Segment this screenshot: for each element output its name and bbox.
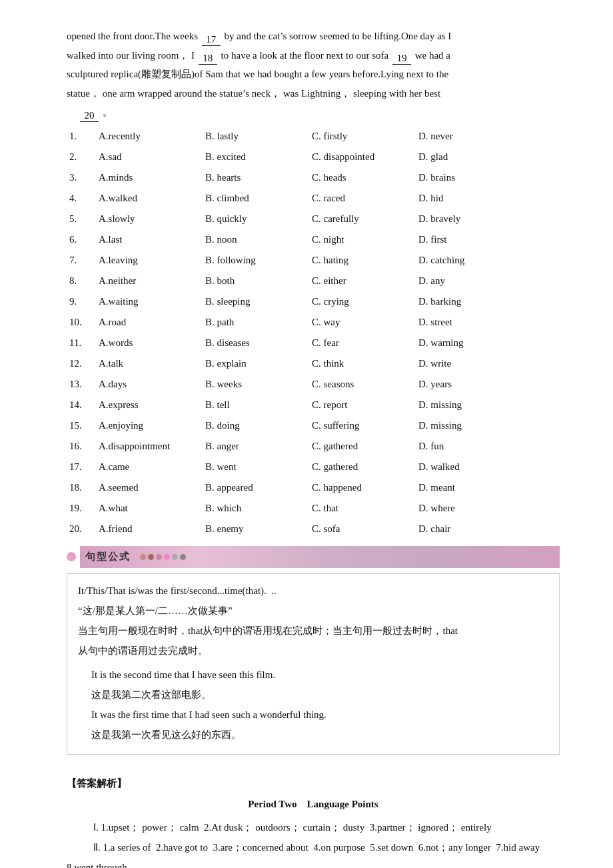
option-c-16: C. gathered <box>309 436 416 457</box>
option-num-9: 9. <box>67 291 96 312</box>
option-a-4: A.walked <box>96 188 203 209</box>
option-num-5: 5. <box>67 209 96 229</box>
option-d-2: D. glad <box>416 147 560 167</box>
blank-19: 19 <box>392 52 411 65</box>
option-b-15: B. doing <box>203 415 309 436</box>
option-c-1: C. firstly <box>309 126 416 147</box>
option-row-20: 20.A.friendB. enemyC. sofaD. chair <box>67 519 560 539</box>
formula-line1: It/This/That is/was the first/second...t… <box>78 581 548 601</box>
option-d-6: D. first <box>416 229 560 250</box>
option-c-5: C. carefully <box>309 209 416 229</box>
option-num-2: 2. <box>67 147 96 167</box>
dots-decoration <box>140 554 186 560</box>
intro-paragraph: opened the front door.The weeks 17 by an… <box>67 27 560 122</box>
option-row-15: 15.A.enjoyingB. doingC. sufferingD. miss… <box>67 415 560 436</box>
formula-line4: 从句中的谓语用过去完成时。 <box>78 641 548 661</box>
option-num-16: 16. <box>67 436 96 457</box>
option-num-6: 6. <box>67 229 96 250</box>
option-b-6: B. noon <box>203 229 309 250</box>
option-row-2: 2.A.sadB. excitedC. disappointedD. glad <box>67 147 560 167</box>
option-num-8: 8. <box>67 271 96 291</box>
option-c-8: C. either <box>309 271 416 291</box>
option-num-3: 3. <box>67 167 96 188</box>
option-c-10: C. way <box>309 312 416 333</box>
option-b-16: B. anger <box>203 436 309 457</box>
option-num-19: 19. <box>67 498 96 519</box>
option-row-19: 19.A.whatB. whichC. thatD. where <box>67 498 560 519</box>
option-b-3: B. hearts <box>203 167 309 188</box>
formula-line3: 当主句用一般现在时时，that从句中的谓语用现在完成时；当主句用一般过去时时，t… <box>78 621 548 641</box>
option-d-15: D. missing <box>416 415 560 436</box>
option-a-5: A.slowly <box>96 209 203 229</box>
option-row-18: 18.A.seemedB. appearedC. happenedD. mean… <box>67 477 560 498</box>
option-b-13: B. weeks <box>203 374 309 395</box>
option-c-14: C. report <box>309 395 416 415</box>
formula-box: It/This/That is/was the first/second...t… <box>67 573 560 755</box>
option-d-1: D. never <box>416 126 560 147</box>
option-c-7: C. hating <box>309 250 416 271</box>
option-c-6: C. night <box>309 229 416 250</box>
option-b-7: B. following <box>203 250 309 271</box>
formula-ex2-zh: 这是我第一次看见这么好的东西。 <box>78 725 548 745</box>
option-a-14: A.express <box>96 395 203 415</box>
option-b-19: B. which <box>203 498 309 519</box>
option-b-4: B. climbed <box>203 188 309 209</box>
option-row-5: 5.A.slowlyB. quicklyC. carefullyD. brave… <box>67 209 560 229</box>
option-a-10: A.road <box>96 312 203 333</box>
option-a-3: A.minds <box>96 167 203 188</box>
dot6 <box>180 554 186 560</box>
section-header: 句型公式 <box>67 546 560 568</box>
option-b-20: B. enemy <box>203 519 309 539</box>
dot3 <box>156 554 162 560</box>
option-row-4: 4.A.walkedB. climbedC. racedD. hid <box>67 188 560 209</box>
option-a-16: A.disappointment <box>96 436 203 457</box>
option-c-9: C. crying <box>309 291 416 312</box>
option-row-9: 9.A.waitingB. sleepingC. cryingD. barkin… <box>67 291 560 312</box>
option-num-13: 13. <box>67 374 96 395</box>
part2-content: 1.a series of 2.have got to 3.are；concer… <box>67 842 542 869</box>
option-num-10: 10. <box>67 312 96 333</box>
option-row-16: 16.A.disappointmentB. angerC. gatheredD.… <box>67 436 560 457</box>
option-row-17: 17.A.cameB. wentC. gatheredD. walked <box>67 457 560 477</box>
option-num-15: 15. <box>67 415 96 436</box>
option-num-7: 7. <box>67 250 96 271</box>
option-d-8: D. any <box>416 271 560 291</box>
option-b-14: B. tell <box>203 395 309 415</box>
section-circle-icon <box>67 552 76 561</box>
answers-title: 【答案解析】 <box>67 775 560 793</box>
option-b-9: B. sleeping <box>203 291 309 312</box>
option-c-11: C. fear <box>309 333 416 353</box>
option-num-20: 20. <box>67 519 96 539</box>
part2-label: Ⅱ. <box>93 842 101 853</box>
option-a-11: A.words <box>96 333 203 353</box>
option-d-16: D. fun <box>416 436 560 457</box>
option-b-8: B. both <box>203 271 309 291</box>
option-a-9: A.waiting <box>96 291 203 312</box>
option-b-10: B. path <box>203 312 309 333</box>
part1-label: Ⅰ. <box>93 822 99 833</box>
option-num-17: 17. <box>67 457 96 477</box>
option-row-14: 14.A.expressB. tellC. reportD. missing <box>67 395 560 415</box>
intro-line2: walked into our living room， I <box>67 50 195 61</box>
formula-ex2-en: It was the first time that I had seen su… <box>78 705 548 725</box>
option-b-1: B. lastly <box>203 126 309 147</box>
intro-line2c: we had a <box>415 50 450 61</box>
option-a-18: A.seemed <box>96 477 203 498</box>
option-row-8: 8.A.neitherB. bothC. eitherD. any <box>67 271 560 291</box>
option-row-11: 11.A.wordsB. diseasesC. fearD. warning <box>67 333 560 353</box>
intro-line4: statue， one arm wrapped around the statu… <box>67 88 440 99</box>
option-num-14: 14. <box>67 395 96 415</box>
dot4 <box>164 554 170 560</box>
dot2 <box>148 554 154 560</box>
option-d-20: D. chair <box>416 519 560 539</box>
option-a-15: A.enjoying <box>96 415 203 436</box>
option-d-18: D. meant <box>416 477 560 498</box>
option-b-2: B. excited <box>203 147 309 167</box>
section-header-bar: 句型公式 <box>80 546 560 568</box>
intro-line1: opened the front door.The weeks <box>67 31 198 41</box>
option-d-7: D. catching <box>416 250 560 271</box>
option-d-11: D. warning <box>416 333 560 353</box>
intro-line2b: to have a look at the floor next to our … <box>221 50 389 61</box>
blank-18: 18 <box>199 52 217 65</box>
option-c-2: C. disappointed <box>309 147 416 167</box>
